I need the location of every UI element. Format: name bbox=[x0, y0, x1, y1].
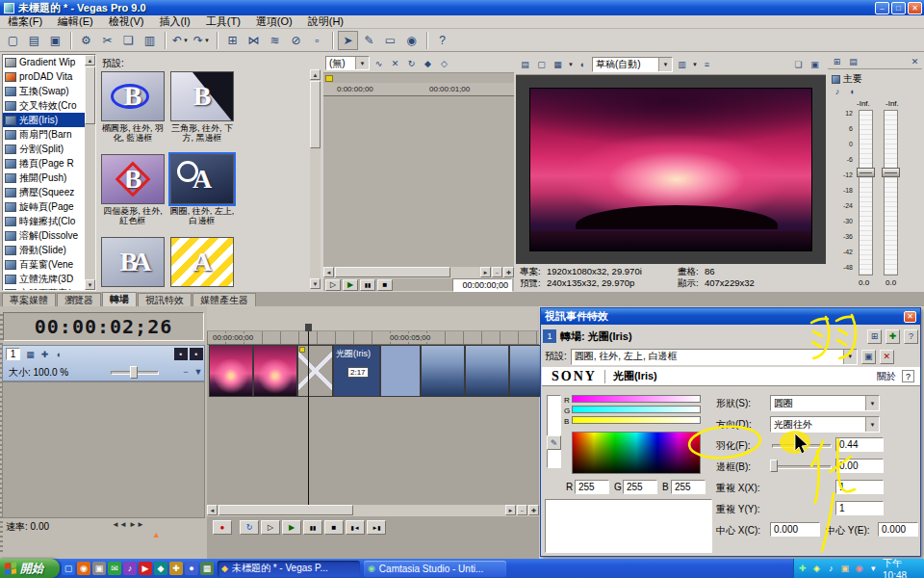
prev-keyframe-icon[interactable]: ◆ bbox=[421, 56, 435, 70]
clip-mountains-frame-2[interactable] bbox=[465, 345, 509, 397]
border-slider-handle[interactable] bbox=[770, 460, 778, 472]
fader-left[interactable] bbox=[857, 168, 875, 177]
redo-dropdown-icon[interactable]: ▼ bbox=[204, 38, 210, 43]
go-to-start-button[interactable]: ▮◄ bbox=[346, 520, 365, 535]
scroll-right-icon[interactable]: ► bbox=[480, 267, 491, 277]
transition-list-item[interactable]: 時鐘擦拭(Clo bbox=[3, 214, 95, 228]
solo-button[interactable]: ▪ bbox=[190, 348, 203, 360]
transition-overlap-region[interactable] bbox=[297, 345, 333, 397]
menu-help[interactable]: 說明(H) bbox=[300, 14, 351, 29]
video-track-header[interactable]: 1 ▦ ✚ ◐ ▪ ▪ 大小: 100.0 % − ▼ bbox=[2, 345, 205, 381]
fx-close-button[interactable]: ✕ bbox=[904, 311, 916, 323]
mute-button[interactable]: ▪ bbox=[174, 348, 188, 360]
save-button[interactable]: ▣ bbox=[45, 31, 65, 50]
preset-thumbnail-ellipse[interactable]: B bbox=[101, 71, 165, 121]
overlays-icon[interactable]: ▦ bbox=[551, 57, 565, 71]
minimize-button[interactable]: – bbox=[875, 2, 889, 14]
keyframe-ruler[interactable]: 0:00:00;00 00:00:01;00 bbox=[323, 83, 514, 96]
preset-thumbnail[interactable]: BA bbox=[101, 237, 165, 287]
auto-ripple-button[interactable]: ≋ bbox=[265, 31, 285, 50]
repeat-x-field[interactable]: 1 bbox=[835, 480, 884, 494]
loop-region-icon[interactable]: ◐ bbox=[576, 57, 590, 71]
project-properties-icon[interactable]: ▤ bbox=[518, 57, 532, 71]
direction-select[interactable]: 光圈往外▼ bbox=[770, 416, 880, 433]
quicklaunch-icon-6[interactable]: ▶ bbox=[139, 562, 152, 575]
marker-bar[interactable] bbox=[207, 306, 539, 331]
tray-icon-4[interactable]: ▣ bbox=[839, 563, 851, 575]
quicklaunch-icon-7[interactable]: ◆ bbox=[154, 562, 167, 575]
tray-icon-6[interactable]: ▾ bbox=[867, 563, 879, 575]
close-button[interactable]: ✕ bbox=[908, 2, 922, 14]
scroll-down-icon[interactable]: ▼ bbox=[85, 279, 95, 290]
scroll-up-icon[interactable]: ▲ bbox=[310, 69, 321, 80]
center-x-field[interactable]: 0.000 bbox=[770, 522, 820, 537]
color-swatch[interactable] bbox=[547, 395, 561, 468]
transition-list-item[interactable]: 推開(Push) bbox=[3, 171, 95, 185]
loop-playback-button[interactable]: ↻ bbox=[240, 520, 259, 535]
undo-dropdown-icon[interactable]: ▼ bbox=[183, 38, 189, 43]
zoom-in-icon[interactable]: ✚ bbox=[528, 505, 539, 515]
new-project-button[interactable]: ▢ bbox=[3, 31, 23, 50]
clip-sunset-frame-2[interactable] bbox=[253, 345, 297, 397]
transition-list-item[interactable]: 立體洗牌(3D bbox=[3, 272, 95, 286]
whats-this-help-button[interactable]: ? bbox=[432, 31, 452, 50]
rate-scrub-right-icon[interactable]: ►► bbox=[129, 520, 144, 529]
preview-quality-select[interactable]: 草稿(自動)▼ bbox=[592, 57, 673, 72]
kf-play-from-start-button[interactable]: ▷ bbox=[325, 279, 341, 291]
auto-crossfade-button[interactable]: ⋈ bbox=[244, 31, 264, 50]
color-picker-icon[interactable]: ✎ bbox=[547, 435, 561, 450]
scroll-left-icon[interactable]: ◄ bbox=[323, 267, 334, 277]
keyframe-scrollbar[interactable]: ◄ ► − ✚ bbox=[323, 267, 514, 278]
preset-thumbnail-circle-selected[interactable]: A bbox=[170, 154, 234, 204]
track-size-slider-handle[interactable] bbox=[130, 366, 138, 379]
g-field[interactable]: 255 bbox=[623, 480, 657, 494]
sync-cursor-icon[interactable]: ↻ bbox=[404, 56, 419, 70]
border-field[interactable]: 0.00 bbox=[835, 459, 884, 473]
menu-edit[interactable]: 編輯(E) bbox=[50, 14, 101, 29]
tray-icon-5[interactable]: ◉ bbox=[854, 563, 865, 575]
maximize-button[interactable]: □ bbox=[891, 2, 906, 14]
delete-keyframe-icon[interactable]: ✕ bbox=[388, 56, 402, 70]
split-dropdown-icon[interactable]: ▼ bbox=[692, 62, 698, 67]
transition-crossfade-region[interactable] bbox=[380, 345, 421, 397]
insert-bus-icon[interactable]: ⊞ bbox=[830, 54, 844, 68]
transition-list-item[interactable]: 互換(Swap) bbox=[3, 84, 95, 98]
paste-button[interactable]: ▥ bbox=[140, 31, 160, 50]
pause-button[interactable]: ▮▮ bbox=[303, 520, 322, 535]
kf-stop-button[interactable]: ■ bbox=[377, 279, 393, 291]
tab-media-generators[interactable]: 媒體產生器 bbox=[192, 293, 256, 306]
tab-video-fx[interactable]: 視訊特效 bbox=[138, 293, 192, 306]
transition-list-item[interactable]: 捲頁(Page R bbox=[3, 156, 95, 171]
menu-view[interactable]: 檢視(V) bbox=[101, 14, 152, 29]
transition-list-item[interactable]: 立體百葉窗( bbox=[3, 286, 95, 291]
preview-options-icon[interactable]: ≡ bbox=[700, 57, 714, 71]
rate-marker-icon[interactable]: ▲ bbox=[152, 530, 161, 539]
transition-list-item[interactable]: Gradient Wip bbox=[3, 55, 95, 69]
scroll-right-icon[interactable]: ► bbox=[505, 505, 516, 515]
tray-icon-1[interactable]: ✚ bbox=[797, 563, 808, 575]
presets-scrollbar[interactable]: ▲ ▼ bbox=[310, 69, 321, 289]
downmix-icon[interactable]: ◐ bbox=[847, 86, 859, 97]
transition-list-item[interactable]: 滑動(Slide) bbox=[3, 243, 95, 257]
timeline-scrollbar[interactable]: ◄ ► − ✚ bbox=[207, 505, 539, 516]
menu-insert[interactable]: 插入(I) bbox=[151, 14, 197, 29]
copy-snapshot-icon[interactable]: ❏ bbox=[791, 57, 806, 71]
scroll-thumb[interactable] bbox=[335, 267, 450, 277]
external-monitor-icon[interactable]: ▢ bbox=[534, 57, 549, 71]
next-keyframe-icon[interactable]: ◇ bbox=[437, 56, 451, 70]
transition-list-item[interactable]: 旋轉頁(Page bbox=[3, 199, 95, 214]
split-screen-icon[interactable]: ▥ bbox=[675, 57, 689, 71]
kf-pause-button[interactable]: ▮▮ bbox=[360, 279, 375, 291]
scroll-up-icon[interactable]: ▲ bbox=[85, 55, 95, 66]
scroll-thumb[interactable] bbox=[218, 505, 353, 515]
repeat-y-field[interactable]: 1 bbox=[835, 501, 884, 515]
open-button[interactable]: ▤ bbox=[24, 31, 44, 50]
mixer-close-icon[interactable]: ✕ bbox=[908, 54, 922, 68]
transition-list-item[interactable]: 百葉窗(Vene bbox=[3, 257, 95, 272]
feather-slider[interactable] bbox=[772, 444, 832, 448]
quicklaunch-icon-9[interactable]: ● bbox=[185, 562, 198, 575]
lock-envelopes-button[interactable]: ⊘ bbox=[286, 31, 306, 50]
green-channel-bar[interactable] bbox=[572, 406, 701, 413]
quicklaunch-icon-1[interactable]: ▢ bbox=[62, 562, 75, 575]
keyframe-marker-icon[interactable] bbox=[325, 75, 333, 82]
